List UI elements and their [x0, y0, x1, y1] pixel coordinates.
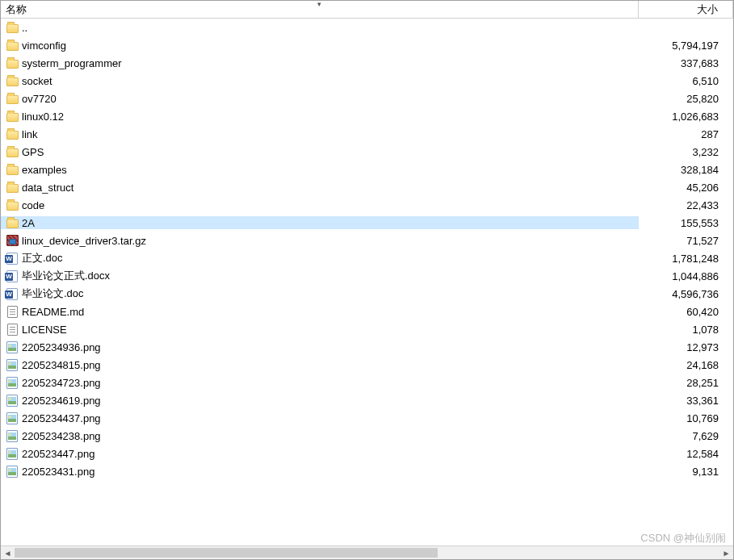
- list-item[interactable]: ov772025,820: [1, 90, 733, 107]
- list-item[interactable]: systerm_programmer337,683: [1, 54, 733, 72]
- cell-name: socket: [1, 74, 639, 87]
- list-item[interactable]: 毕业论文.doc4,596,736: [1, 285, 733, 303]
- png-icon: [6, 465, 19, 478]
- cell-size: 9,131: [639, 466, 733, 478]
- file-name: GPS: [22, 146, 44, 158]
- cell-name: code: [1, 199, 639, 211]
- list-item[interactable]: LICENSE1,078: [1, 320, 733, 338]
- file-name: data_struct: [22, 182, 73, 194]
- file-name: 220523431.png: [22, 466, 94, 478]
- cell-name: 2205234723.png: [1, 376, 639, 389]
- list-item[interactable]: linux_device_driver3.tar.gz71,527: [1, 232, 733, 249]
- list-item[interactable]: 正文.doc1,781,248: [1, 249, 733, 267]
- cell-name: 2205234936.png: [1, 341, 639, 353]
- list-item[interactable]: 毕业论文正式.docx1,044,886: [1, 267, 733, 285]
- cell-size: 5,794,197: [639, 40, 733, 52]
- file-name: 毕业论文正式.docx: [22, 269, 110, 283]
- list-item[interactable]: GPS3,232: [1, 143, 733, 161]
- png-icon: [6, 358, 19, 371]
- scroll-track[interactable]: [15, 546, 719, 559]
- cell-size: 10,769: [639, 412, 733, 424]
- cell-name: 2205234437.png: [1, 412, 639, 424]
- folder-icon: [6, 74, 19, 87]
- list-item[interactable]: 2205234437.png10,769: [1, 409, 733, 427]
- cell-name: linux0.12: [1, 110, 639, 123]
- list-item[interactable]: 2A155,553: [1, 214, 733, 232]
- cell-size: 60,420: [639, 306, 733, 318]
- list-item[interactable]: ..: [1, 19, 733, 36]
- cell-size: 28,251: [639, 377, 733, 389]
- list-item[interactable]: README.md60,420: [1, 303, 733, 320]
- cell-size: 328,184: [639, 164, 733, 176]
- cell-size: 287: [639, 128, 733, 140]
- png-icon: [6, 412, 19, 424]
- file-name: linux0.12: [22, 111, 64, 123]
- cell-size: 1,078: [639, 324, 733, 336]
- scroll-thumb[interactable]: [15, 548, 438, 558]
- list-item[interactable]: code22,433: [1, 196, 733, 214]
- doc-icon: [6, 270, 19, 282]
- cell-name: GPS: [1, 145, 639, 158]
- file-name: 2205234437.png: [22, 412, 101, 424]
- cell-name: 毕业论文正式.docx: [1, 269, 639, 283]
- file-name: ..: [22, 22, 27, 34]
- cell-name: systerm_programmer: [1, 56, 639, 69]
- file-name: LICENSE: [22, 324, 67, 336]
- file-name: code: [22, 199, 44, 211]
- cell-name: 220523447.png: [1, 447, 639, 460]
- png-icon: [6, 341, 19, 353]
- folder-icon: [6, 199, 19, 211]
- png-icon: [6, 376, 19, 389]
- file-name: examples: [22, 164, 67, 176]
- column-header-size[interactable]: 大小: [639, 1, 733, 18]
- cell-size: 22,433: [639, 199, 733, 211]
- cell-size: 337,683: [639, 57, 733, 69]
- column-header-name-label: 名称: [6, 2, 27, 17]
- cell-name: ..: [1, 21, 639, 34]
- list-item[interactable]: examples328,184: [1, 161, 733, 178]
- cell-name: 2205234238.png: [1, 429, 639, 442]
- file-name: 2205234619.png: [22, 395, 101, 407]
- file-list[interactable]: ..vimconfig5,794,197systerm_programmer33…: [1, 19, 733, 545]
- folder-icon: [6, 56, 19, 69]
- list-item[interactable]: 220523447.png12,584: [1, 445, 733, 462]
- list-item[interactable]: socket6,510: [1, 72, 733, 90]
- file-name: 2205234936.png: [22, 341, 101, 353]
- cell-name: 2205234619.png: [1, 394, 639, 407]
- cell-size: 12,973: [639, 341, 733, 353]
- folder-icon: [6, 181, 19, 194]
- cell-name: 毕业论文.doc: [1, 286, 639, 301]
- list-item[interactable]: 2205234238.png7,629: [1, 427, 733, 445]
- cell-size: 155,553: [639, 217, 733, 229]
- scroll-right-button[interactable]: ►: [719, 546, 733, 560]
- folder-icon: [6, 92, 19, 105]
- folder-icon: [6, 163, 19, 176]
- folder-icon: [6, 127, 19, 140]
- list-item[interactable]: 220523431.png9,131: [1, 462, 733, 480]
- cell-size: 33,361: [639, 395, 733, 407]
- cell-name: data_struct: [1, 181, 639, 194]
- column-header-row: 名称 ▾ 大小: [1, 1, 733, 19]
- file-name: vimconfig: [22, 40, 66, 52]
- cell-size: 3,232: [639, 146, 733, 158]
- list-item[interactable]: link287: [1, 125, 733, 143]
- column-header-name[interactable]: 名称 ▾: [1, 1, 639, 18]
- list-item[interactable]: 2205234723.png28,251: [1, 374, 733, 391]
- cell-name: README.md: [1, 305, 639, 318]
- column-header-size-label: 大小: [697, 2, 718, 17]
- file-name: 2205234238.png: [22, 430, 101, 442]
- list-item[interactable]: linux0.121,026,683: [1, 107, 733, 125]
- file-name: linux_device_driver3.tar.gz: [22, 235, 146, 247]
- cell-name: linux_device_driver3.tar.gz: [1, 234, 639, 247]
- list-item[interactable]: 2205234619.png33,361: [1, 391, 733, 409]
- scroll-left-button[interactable]: ◄: [1, 546, 15, 560]
- cell-name: 2A: [1, 216, 639, 229]
- file-icon: [6, 305, 19, 318]
- list-item[interactable]: data_struct45,206: [1, 178, 733, 196]
- list-item[interactable]: vimconfig5,794,197: [1, 36, 733, 54]
- list-item[interactable]: 2205234815.png24,168: [1, 356, 733, 374]
- folder-icon: [6, 145, 19, 158]
- list-item[interactable]: 2205234936.png12,973: [1, 338, 733, 356]
- horizontal-scrollbar[interactable]: ◄ ►: [1, 545, 733, 559]
- folder-icon: [6, 110, 19, 123]
